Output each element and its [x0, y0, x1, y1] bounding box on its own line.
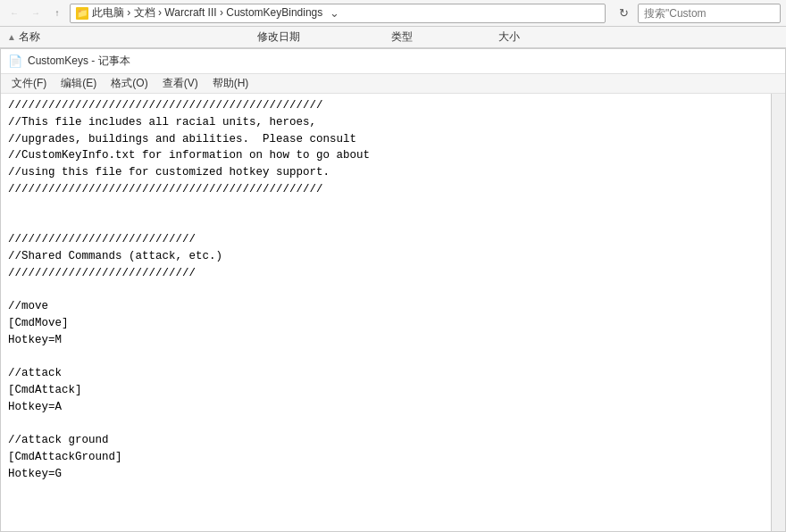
scrollbar-vertical[interactable]	[771, 94, 785, 531]
address-dropdown-button[interactable]: ⌄	[326, 4, 342, 23]
menu-view[interactable]: 查看(V)	[155, 74, 205, 93]
menu-format[interactable]: 格式(O)	[104, 74, 155, 93]
address-bar[interactable]: 📁 此电脑 › 文档 › Warcraft III › CustomKeyBin…	[70, 4, 606, 23]
col-type-header[interactable]: 类型	[391, 29, 498, 45]
col-size-header[interactable]: 大小	[498, 29, 570, 45]
notepad-window: 📄 CustomKeys - 记事本 文件(F) 编辑(E) 格式(O) 查看(…	[0, 48, 786, 532]
breadcrumb: 此电脑 › 文档 › Warcraft III › CustomKeyBindi…	[92, 5, 322, 21]
up-button[interactable]: ↑	[48, 4, 66, 22]
col-date-header[interactable]: 修改日期	[257, 29, 391, 45]
back-button[interactable]: ←	[5, 4, 23, 22]
notepad-menubar: 文件(F) 编辑(E) 格式(O) 查看(V) 帮助(H)	[1, 74, 785, 94]
col-name-header[interactable]: ▲ 名称	[7, 29, 257, 45]
toolbar-right: ↻	[613, 4, 781, 23]
column-headers: ▲ 名称 修改日期 类型 大小	[0, 27, 786, 48]
notepad-icon: 📄	[8, 54, 22, 68]
menu-file[interactable]: 文件(F)	[4, 74, 54, 93]
col-expand-icon: ▲	[7, 32, 16, 42]
refresh-button[interactable]: ↻	[613, 4, 634, 23]
notepad-content[interactable]: ////////////////////////////////////////…	[1, 94, 771, 531]
notepad-titlebar: 📄 CustomKeys - 记事本	[1, 49, 785, 74]
search-input[interactable]	[638, 4, 781, 23]
menu-edit[interactable]: 编辑(E)	[54, 74, 104, 93]
forward-button[interactable]: →	[27, 4, 45, 22]
notepad-title: CustomKeys - 记事本	[28, 54, 130, 69]
folder-icon: 📁	[76, 7, 88, 20]
content-area: ////////////////////////////////////////…	[1, 94, 785, 531]
menu-help[interactable]: 帮助(H)	[205, 74, 256, 93]
explorer-bar: ← → ↑ 📁 此电脑 › 文档 › Warcraft III › Custom…	[0, 0, 786, 27]
